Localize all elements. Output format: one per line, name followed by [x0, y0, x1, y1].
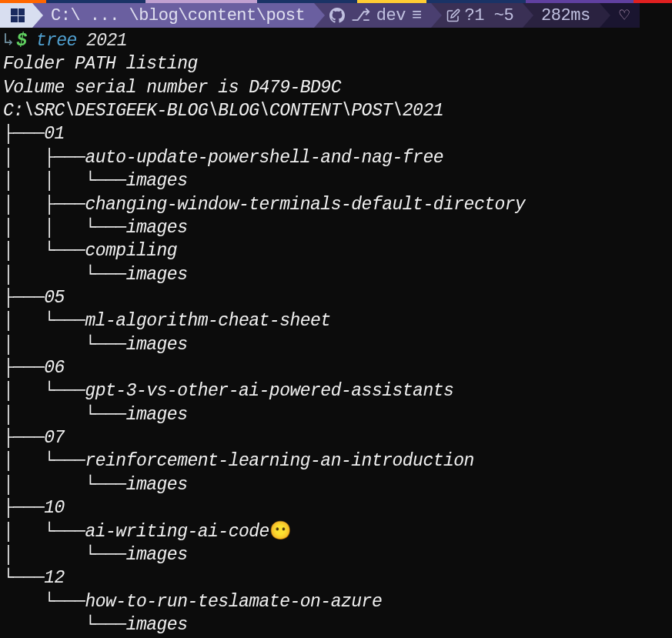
tree-line: │ │ └───images	[3, 216, 669, 239]
tree-line: │ ├───auto-update-powershell-and-nag-fre…	[3, 146, 669, 169]
tree-line: │ └───ai-writing-ai-code😶	[3, 520, 669, 543]
output-header-1: Folder PATH listing	[3, 52, 669, 75]
prompt-arrow-icon: ↳	[3, 29, 13, 52]
git-branch-suffix: ≡	[412, 6, 422, 25]
tree-line: └───images	[3, 613, 669, 636]
tree-line: │ └───images	[3, 333, 669, 356]
terminal-output[interactable]: ↳ $ tree 2021 Folder PATH listing Volume…	[0, 28, 672, 638]
tree-line: │ └───compiling	[3, 239, 669, 262]
windows-icon	[11, 8, 25, 22]
prompt-symbol: $	[16, 29, 26, 52]
tree-line: │ ├───changing-window-terminals-default-…	[3, 193, 669, 216]
tree-line: └───how-to-run-teslamate-on-azure	[3, 590, 669, 613]
tree-line: │ └───gpt-3-vs-other-ai-powered-assistan…	[3, 379, 669, 403]
tree-line: │ │ └───images	[3, 169, 669, 192]
tree-line: │ └───images	[3, 543, 669, 566]
prompt-line: ↳ $ tree 2021	[3, 29, 669, 52]
tree-line: ├───07	[3, 426, 669, 449]
tree-line: ├───01	[3, 122, 669, 145]
edit-icon	[446, 6, 460, 25]
tree-line: │ └───images	[3, 263, 669, 286]
output-root-path: C:\SRC\DESIGEEK-BLOG\BLOG\CONTENT\POST\2…	[3, 99, 669, 122]
tree-line: │ └───reinforcement-learning-an-introduc…	[3, 449, 669, 473]
tree-line: │ └───images	[3, 403, 669, 426]
command-name: tree	[36, 29, 77, 52]
tree-line: ├───06	[3, 356, 669, 379]
path-segment: C:\ ... \blog\content\post	[32, 3, 314, 28]
tree-line: │ └───images	[3, 473, 669, 496]
emoji-icon: 😶	[269, 522, 292, 542]
tree-line: ├───10	[3, 496, 669, 519]
git-segment: ⎇ dev ≡	[314, 3, 430, 28]
github-icon	[329, 6, 345, 25]
changes-segment: ?1 ~5	[431, 3, 523, 28]
timing-segment: 282ms	[523, 3, 600, 28]
output-header-2: Volume serial number is D479-BD9C	[3, 76, 669, 99]
command-time: 282ms	[541, 6, 590, 25]
prompt-status-bar: C:\ ... \blog\content\post ⎇ dev ≡ ?1 ~5…	[0, 3, 672, 28]
git-changes: ?1 ~5	[465, 6, 514, 25]
command-argument: 2021	[86, 29, 127, 52]
current-path: C:\ ... \blog\content\post	[51, 6, 305, 25]
tree-line: └───12	[3, 566, 669, 590]
tree-line: ├───05	[3, 286, 669, 309]
git-branch: dev	[376, 6, 406, 25]
heart-icon: ♡	[620, 5, 630, 26]
os-segment	[0, 3, 32, 28]
tree-line: │ └───ml-algorithm-cheat-sheet	[3, 309, 669, 332]
